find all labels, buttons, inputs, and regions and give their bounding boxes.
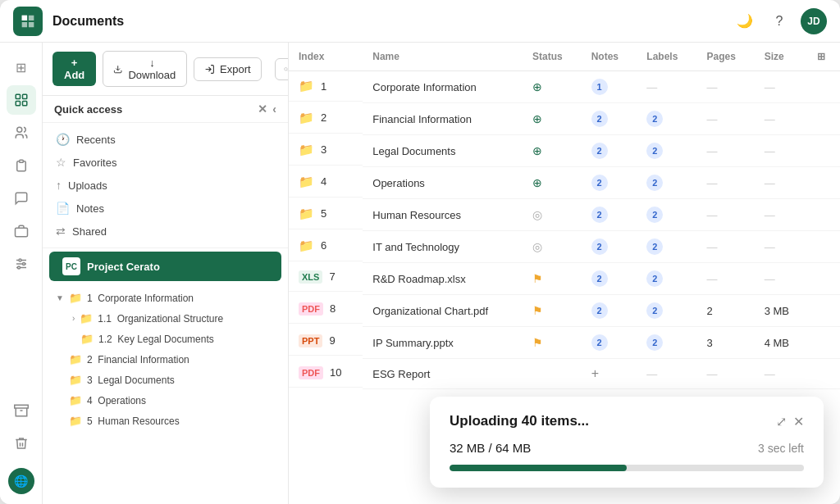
search-box[interactable] — [275, 58, 289, 80]
cell-index: 📁 6 — [289, 231, 363, 261]
cell-size: — — [755, 199, 807, 231]
cell-grid — [807, 295, 840, 327]
title-bar-actions: 🌙 ? JD — [732, 8, 827, 34]
pdf-icon: PDF — [299, 302, 323, 316]
pages-dash: — — [707, 145, 718, 157]
sidebar-item-users[interactable] — [7, 118, 36, 148]
sidebar-item-trash[interactable] — [7, 429, 36, 458]
notes-plus[interactable]: + — [591, 366, 599, 380]
sidebar-item-globe[interactable]: 🌐 — [8, 468, 34, 494]
cell-index: XLS 7 — [289, 263, 363, 292]
tree-item-key-legal[interactable]: 📁 1.2 Key Legal Documents — [43, 329, 288, 349]
cell-index: 📁 3 — [289, 135, 363, 166]
size-dash: — — [765, 81, 775, 93]
avatar[interactable]: JD — [801, 8, 827, 34]
qa-item-shared[interactable]: ⇄ Shared — [43, 220, 288, 243]
notes-badge: 2 — [591, 175, 608, 191]
cell-index: 📁 5 — [289, 199, 363, 229]
cell-size: — — [755, 359, 807, 389]
upload-title: Uploading 40 items... — [450, 413, 776, 429]
sidebar-item-chat[interactable] — [7, 184, 36, 213]
qa-item-favorites[interactable]: ☆ Favorites — [43, 151, 288, 174]
left-panel: + Add ↓ Download Export ⊞ Quick acc — [43, 43, 289, 504]
export-button[interactable]: Export — [194, 57, 262, 81]
upload-time-left: 3 sec left — [758, 442, 804, 455]
cell-notes: + — [582, 359, 637, 389]
pages-dash: — — [707, 241, 718, 253]
progress-bar-fill — [450, 465, 627, 471]
tree-item-corporate[interactable]: ▼ 📁 1 Corporate Information — [43, 288, 288, 308]
table-row: PDF 8 Organizational Chart.pdf ⚑ 2 2 2 3… — [289, 295, 840, 327]
cell-name: ESG Report — [363, 359, 523, 389]
col-grid[interactable]: ⊞ — [807, 43, 840, 71]
cell-name: IT and Technology — [363, 231, 523, 263]
sidebar-item-archive[interactable] — [7, 396, 36, 425]
cell-status — [523, 359, 582, 389]
pages-dash: — — [707, 81, 718, 93]
size-dash: — — [765, 368, 775, 380]
labels-badge: 2 — [646, 238, 663, 255]
collapse-quick-access[interactable]: ‹ — [272, 102, 276, 116]
col-pages: Pages — [697, 43, 755, 71]
close-upload-button[interactable]: ✕ — [793, 414, 804, 429]
folder-icon: 📁 — [299, 238, 314, 253]
tree-item-org-structure[interactable]: › 📁 1.1 Organizational Structure — [43, 308, 288, 329]
folder-icon: 📁 — [299, 175, 314, 189]
qa-item-recents[interactable]: 🕐 Recents — [43, 128, 288, 151]
sidebar-item-grid[interactable]: ⊞ — [7, 52, 36, 82]
size-dash: — — [765, 241, 775, 253]
project-badge: PC — [62, 257, 80, 275]
cell-status: ⊕ — [523, 167, 582, 199]
labels-badge: 2 — [646, 207, 663, 223]
download-button[interactable]: ↓ Download — [103, 51, 187, 87]
index-num: 6 — [321, 239, 326, 252]
export-label: Export — [220, 63, 251, 75]
size-value: 3 MB — [765, 305, 789, 317]
tree-item-operations[interactable]: 📁 4 Operations — [43, 390, 288, 411]
notes-badge: 2 — [591, 238, 608, 255]
cell-size: — — [755, 263, 807, 295]
svg-point-4 — [16, 127, 21, 132]
svg-point-12 — [17, 266, 20, 269]
table-row: 📁 4 Operations ⊕ 2 2 — — — [289, 167, 840, 199]
add-button[interactable]: + Add — [52, 52, 96, 86]
size-dash: — — [765, 209, 775, 221]
sidebar-item-sliders[interactable] — [7, 249, 36, 279]
labels-dash: — — [646, 81, 657, 93]
expand-upload-button[interactable]: ⤢ — [776, 414, 787, 429]
qa-item-label: Shared — [72, 225, 107, 238]
qa-item-notes[interactable]: 📄 Notes — [43, 197, 288, 220]
project-item[interactable]: PC Project Cerato — [49, 252, 281, 281]
tree-item-hr[interactable]: 📁 5 Human Resources — [43, 411, 288, 431]
pages-dash: — — [707, 273, 718, 285]
cell-pages: 2 — [697, 295, 755, 327]
size-dash: — — [765, 113, 775, 125]
table-row: 📁 5 Human Resources ◎ 2 2 — — — [289, 199, 840, 231]
sidebar-item-documents[interactable] — [7, 85, 36, 115]
help-button[interactable]: ? — [766, 8, 792, 34]
upload-header-icons: ⤢ ✕ — [776, 414, 804, 429]
sidebar-item-briefcase[interactable] — [7, 216, 36, 246]
close-quick-access[interactable]: ✕ — [258, 102, 267, 116]
sidebar-item-clipboard[interactable] — [7, 151, 36, 180]
folder-icon: 📁 — [69, 394, 82, 406]
folder-icon: 📁 — [299, 207, 314, 221]
labels-badge: 2 — [646, 302, 663, 319]
table-row: 📁 2 Financial Information ⊕ 2 2 — — — [289, 103, 840, 135]
cell-labels: 2 — [637, 327, 696, 359]
status-doc-icon: ⊕ — [532, 112, 542, 125]
uploads-icon: ↑ — [56, 179, 62, 192]
tree-item-legal[interactable]: 📁 3 Legal Documents — [43, 370, 288, 390]
cell-notes: 2 — [582, 263, 637, 295]
cell-notes: 2 — [582, 231, 637, 263]
tree-item-financial[interactable]: 📁 2 Financial Information — [43, 349, 288, 370]
cell-size: 3 MB — [755, 295, 807, 327]
qa-item-uploads[interactable]: ↑ Uploads — [43, 174, 288, 197]
notes-badge: 2 — [591, 302, 608, 319]
cell-name: Human Resources — [363, 199, 523, 231]
ppt-icon: PPT — [299, 334, 322, 347]
cell-status: ⚑ — [523, 327, 582, 359]
dark-mode-button[interactable]: 🌙 — [732, 8, 758, 34]
cell-size: — — [755, 103, 807, 135]
size-dash: — — [765, 145, 775, 157]
